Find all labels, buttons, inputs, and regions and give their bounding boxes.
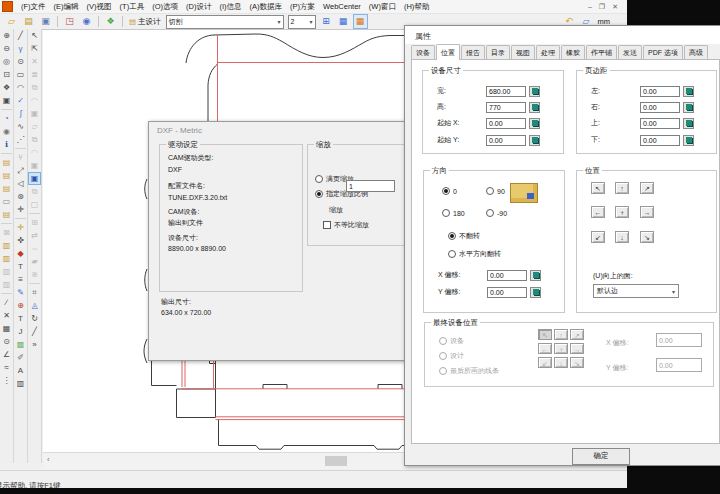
folder-3-icon[interactable]: ▥	[0, 265, 13, 278]
rectangle-tool-icon[interactable]: ▭	[14, 68, 27, 81]
measure-dots-icon[interactable]: ⋰	[14, 133, 27, 146]
box-3d-icon[interactable]: ▣	[28, 172, 41, 185]
zoom-out-icon[interactable]: ⊖	[0, 42, 13, 55]
mirror-icon[interactable]: ⇄	[28, 229, 41, 242]
keypad-button[interactable]	[683, 118, 694, 129]
no-flip-radio[interactable]	[448, 232, 456, 240]
number-dropdown[interactable]: 2 ▾	[288, 15, 316, 29]
dxf-dialog-titlebar[interactable]: DXF - Metric	[149, 122, 411, 139]
pan-hand-icon[interactable]: ❖	[0, 81, 13, 94]
folder-2-icon[interactable]: ▥	[0, 252, 13, 265]
rect-edit-icon[interactable]: ▱	[28, 120, 41, 133]
restore-button[interactable]: ❐	[599, 3, 605, 11]
menu-item-help[interactable]: (H)帮助	[400, 2, 433, 11]
tab-pdf-options[interactable]: PDF 选项	[643, 45, 683, 60]
properties-dialog-titlebar[interactable]: 属性	[405, 26, 720, 44]
group-icon[interactable]: ⧉	[28, 185, 41, 198]
color-swatch-icon[interactable]: ▩	[14, 338, 27, 351]
gear-circle-icon[interactable]: ◉	[0, 125, 13, 138]
cross-x-icon[interactable]: ✕	[0, 309, 13, 322]
menu-item-database[interactable]: (A)数据库	[246, 2, 287, 11]
tab-sends[interactable]: 发送	[618, 45, 642, 60]
ruler-icon[interactable]: ⌗	[28, 286, 41, 299]
pin-red-icon[interactable]: ◆	[14, 247, 27, 260]
tab-view[interactable]: 视图	[511, 45, 535, 60]
field-input[interactable]	[640, 118, 680, 129]
nonproportional-checkbox[interactable]	[323, 221, 331, 229]
bezier-curve-icon[interactable]: ∫	[14, 107, 27, 120]
barcode-icon[interactable]: ▥	[14, 377, 27, 390]
menu-item-layout[interactable]: (P)方案	[286, 2, 319, 11]
menu-item-options[interactable]: (O)选项	[148, 2, 182, 11]
layers-icon[interactable]: ≣	[28, 68, 41, 81]
anchor-center-button[interactable]: ＋	[615, 206, 629, 218]
delete-box-icon[interactable]: ⊠	[0, 226, 13, 239]
triangle-fill-icon[interactable]: ◬	[28, 299, 41, 312]
textbox-icon[interactable]: A	[14, 364, 27, 377]
line-tool-icon[interactable]: ╱	[14, 29, 27, 42]
monitor-icon[interactable]: ▭	[0, 195, 13, 208]
plot-preview-icon[interactable]: ◳	[62, 14, 77, 29]
anchor-bottom-right-button[interactable]: ↘	[640, 231, 654, 243]
field-input[interactable]	[486, 135, 526, 146]
field-input[interactable]	[640, 135, 680, 146]
angle-lines-icon[interactable]: ∠	[0, 348, 13, 361]
paragraph-align-icon[interactable]: ≡	[14, 273, 27, 286]
arc-tool-icon[interactable]: ◠	[14, 81, 27, 94]
text-j-icon[interactable]: J	[14, 325, 27, 338]
tab-device[interactable]: 设备	[411, 45, 435, 60]
plus-move-icon[interactable]: ✛	[14, 203, 27, 216]
field-input[interactable]	[487, 287, 527, 298]
copy-2-icon[interactable]: ⧉	[28, 133, 41, 146]
tab-advanced[interactable]: 高级	[684, 45, 708, 60]
menu-item-window[interactable]: (W)窗口	[365, 2, 400, 11]
workspace-icon[interactable]: ▤	[0, 156, 13, 169]
paste-icon[interactable]: ⊞	[28, 216, 41, 229]
save-floppy-icon[interactable]: ▣	[38, 14, 53, 29]
plus-gold-icon[interactable]: ✛	[14, 221, 27, 234]
final-x-offset-input[interactable]	[656, 333, 702, 347]
angle-0-radio[interactable]	[442, 187, 450, 195]
ok-button[interactable]: 确定	[572, 448, 630, 465]
anchor-right-button[interactable]: →	[640, 206, 654, 218]
3d-view-icon[interactable]: ◉	[79, 14, 94, 29]
final-y-offset-input[interactable]	[656, 358, 702, 372]
scrollbar-thumb[interactable]	[325, 456, 347, 466]
anchor-top-button[interactable]: ↑	[615, 182, 629, 194]
tab-directories[interactable]: 目录	[486, 45, 510, 60]
keypad-button[interactable]	[683, 102, 694, 113]
main-design-button[interactable]: ▤ 主设计	[126, 17, 164, 27]
folder-4-icon[interactable]: ▥	[0, 278, 13, 291]
field-input[interactable]	[486, 102, 526, 113]
angle-90-radio[interactable]	[486, 187, 494, 195]
eyedropper-icon[interactable]: ✎	[14, 286, 27, 299]
move-diagonal-icon[interactable]: ⤢	[14, 164, 27, 177]
screen-refresh-icon[interactable]: ▣	[0, 94, 13, 107]
menu-item-edit[interactable]: (E)编辑	[50, 2, 83, 11]
delete-x-icon[interactable]: ✕	[28, 55, 41, 68]
menu-item-tools[interactable]: (T)工具	[116, 2, 149, 11]
info-icon[interactable]: ℹ	[0, 138, 13, 151]
keypad-button[interactable]	[529, 135, 540, 146]
field-input[interactable]	[640, 86, 680, 97]
anchor-left-button[interactable]: ←	[591, 206, 605, 218]
rebuild-colorful-icon[interactable]: ❖	[103, 14, 118, 29]
zoom-in-icon[interactable]: ⊕	[0, 29, 13, 42]
keypad-button[interactable]	[529, 86, 540, 97]
scroll-left-arrow-icon[interactable]: ‹	[47, 455, 50, 464]
snap-circle-icon[interactable]: ◔	[0, 112, 13, 125]
line-2-icon[interactable]: ╱	[28, 325, 41, 338]
field-input[interactable]	[640, 102, 680, 113]
field-input[interactable]	[486, 118, 526, 129]
arc-edit-icon[interactable]: ◠	[28, 94, 41, 107]
anchor-top-left-button[interactable]: ↖	[591, 182, 605, 194]
zoom-window-icon[interactable]: ◎	[0, 55, 13, 68]
tab-tiling[interactable]: 作平铺	[586, 45, 617, 60]
zoom-fit-icon[interactable]: ⊡	[0, 68, 13, 81]
keypad-button[interactable]	[530, 287, 541, 298]
text-style-icon[interactable]: T	[14, 312, 27, 325]
angle-minus-90-radio[interactable]	[486, 209, 494, 217]
check-curve-icon[interactable]: ✓	[14, 94, 27, 107]
box-2-icon[interactable]: ▢	[28, 198, 41, 211]
tab-position[interactable]: 位置	[436, 44, 460, 60]
